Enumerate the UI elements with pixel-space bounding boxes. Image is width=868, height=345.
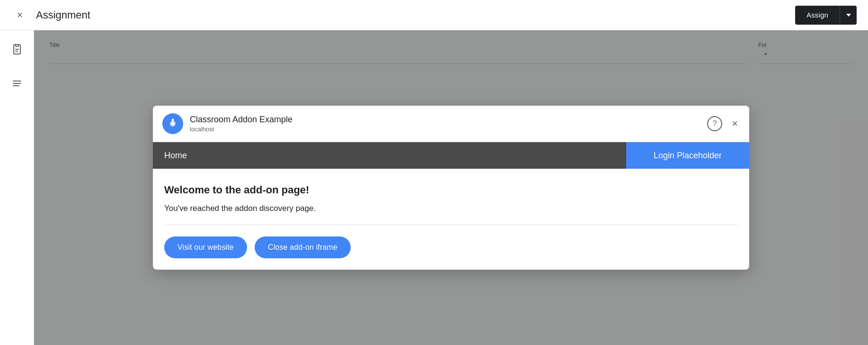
content-area: Title For <box>0 30 868 345</box>
addon-dialog: Classroom Addon Example localhost ? × Ho… <box>153 106 749 270</box>
dialog-header-right: ? × <box>707 116 740 131</box>
dialog-actions: Visit our website Close add-on iframe <box>164 236 738 258</box>
dialog-header-left: Classroom Addon Example localhost <box>162 113 292 134</box>
dialog-nav: Home Login Placeholder <box>153 142 749 169</box>
nav-login-item[interactable]: Login Placeholder <box>626 142 749 169</box>
assign-button[interactable]: Assign <box>795 6 840 25</box>
addon-subtitle: localhost <box>190 126 292 133</box>
background-page: × Assignment Assign <box>0 0 868 345</box>
close-iframe-button[interactable]: Close add-on iframe <box>255 236 351 258</box>
close-page-icon[interactable]: × <box>11 7 28 24</box>
help-button[interactable]: ? <box>707 116 722 131</box>
main-form: Title For <box>34 30 868 345</box>
clipboard-sidebar-icon[interactable] <box>6 38 28 61</box>
svg-rect-0 <box>16 45 18 46</box>
sidebar <box>0 30 34 345</box>
dialog-close-button[interactable]: × <box>730 117 740 131</box>
header-left: × Assignment <box>11 7 90 24</box>
dialog-header: Classroom Addon Example localhost ? × <box>153 106 749 142</box>
addon-title: Classroom Addon Example <box>190 115 292 125</box>
welcome-heading: Welcome to the add-on page! <box>164 184 738 196</box>
assign-dropdown-button[interactable] <box>840 6 857 25</box>
page-title: Assignment <box>36 9 90 21</box>
dialog-content: Welcome to the add-on page! You've reach… <box>153 169 749 270</box>
svg-point-9 <box>172 119 174 121</box>
chevron-down-icon <box>846 14 851 17</box>
addon-logo <box>162 113 183 134</box>
svg-point-8 <box>171 122 174 125</box>
header-bar: × Assignment Assign <box>0 0 868 30</box>
dialog-description: You've reached the addon discovery page. <box>164 204 738 213</box>
visit-website-button[interactable]: Visit our website <box>164 236 247 258</box>
modal-overlay: Classroom Addon Example localhost ? × Ho… <box>34 30 868 345</box>
nav-home-item[interactable]: Home <box>153 142 626 169</box>
header-right: Assign <box>795 6 857 25</box>
list-sidebar-icon[interactable] <box>6 72 28 95</box>
dialog-divider <box>164 225 738 225</box>
addon-info: Classroom Addon Example localhost <box>190 115 292 133</box>
